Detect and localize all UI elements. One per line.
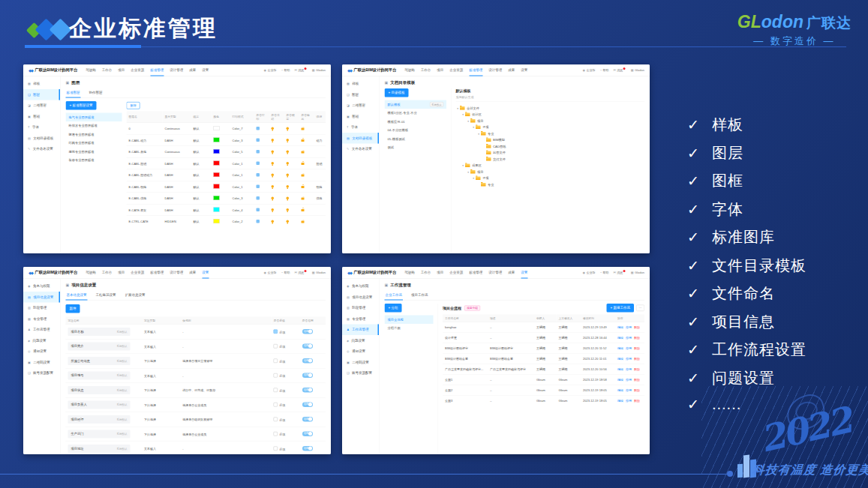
nav-item-4[interactable]: 企业资源 xyxy=(131,64,144,76)
sidebar-item[interactable]: ▥阶段管理 xyxy=(23,303,60,314)
enable-toggle[interactable]: 启用 xyxy=(302,388,313,393)
topbar-mail-item[interactable]: ✉消息 xyxy=(294,68,307,73)
nav-item-6[interactable]: 设计管理 xyxy=(170,267,183,278)
topbar-help-item[interactable]: ◔帮助 xyxy=(600,68,609,73)
output-icon[interactable] xyxy=(302,151,305,154)
nav-item-2[interactable]: 工作台 xyxy=(102,267,113,278)
disable-link[interactable]: 停用 xyxy=(626,347,632,351)
tree-node[interactable]: ▾项目 xyxy=(456,169,645,175)
output-icon[interactable] xyxy=(302,186,305,188)
more-button[interactable]: ⋯ xyxy=(636,305,644,312)
tree-node[interactable]: ▾子项 xyxy=(456,124,645,131)
topbar-person-item[interactable]: ◉企业版 xyxy=(583,271,596,275)
template-item[interactable]: 模板应用-01 xyxy=(385,118,447,127)
tree-node[interactable]: 出图文件 xyxy=(456,150,645,157)
topbar-grid-item[interactable]: ▦Glodon xyxy=(631,271,644,274)
delete-link[interactable]: 删除 xyxy=(634,326,640,330)
sidebar-item[interactable]: ◈问题设置 xyxy=(23,335,60,346)
nav-item-7[interactable]: 成果 xyxy=(189,64,196,76)
disable-link[interactable]: 停用 xyxy=(626,337,632,340)
layer-standard-button[interactable]: + 标准图层设置 xyxy=(66,101,97,110)
delete-link[interactable]: 删除 xyxy=(634,368,640,372)
sidebar-item[interactable]: ♟工作流管理 xyxy=(342,325,379,336)
edit-link[interactable]: 编辑 xyxy=(617,368,623,372)
sidebar-item[interactable]: T字体 xyxy=(342,122,379,133)
freeze-icon[interactable] xyxy=(272,220,275,223)
tree-node[interactable]: ▾全部文件 xyxy=(456,105,645,112)
required-checkbox[interactable] xyxy=(274,358,278,363)
print-icon[interactable] xyxy=(257,184,260,188)
freeze-icon[interactable] xyxy=(272,162,275,165)
output-icon[interactable] xyxy=(302,221,305,223)
disable-link[interactable]: 停用 xyxy=(626,326,632,330)
output-icon[interactable] xyxy=(302,198,305,200)
tree-node[interactable]: 交付文件 xyxy=(456,156,645,163)
nav-item-8[interactable]: 设置 xyxy=(202,267,209,278)
nav-item-4[interactable]: 企业资源 xyxy=(449,267,463,278)
delete-link[interactable]: 删除 xyxy=(634,358,640,361)
layer-standard-item[interactable]: 建筑专业图层标准 xyxy=(66,148,122,157)
nav-item-5[interactable]: 标准管理 xyxy=(150,64,164,76)
nav-item-3[interactable]: 项目 xyxy=(118,267,125,278)
print-icon[interactable] xyxy=(257,161,260,165)
nav-item-7[interactable]: 成果 xyxy=(508,64,515,76)
freeze-icon[interactable] xyxy=(272,185,275,188)
lock-state-icon[interactable] xyxy=(287,173,290,176)
lock-state-icon[interactable] xyxy=(287,127,290,130)
template-item[interactable]: 04-不分区模板 xyxy=(385,126,447,135)
required-checkbox[interactable] xyxy=(274,329,278,334)
delete-link[interactable]: 删除 xyxy=(634,379,640,382)
tree-node[interactable]: CAD图纸 xyxy=(456,143,645,150)
template-item[interactable]: 模板1分区-专业-不分 xyxy=(385,109,447,118)
freeze-icon[interactable] xyxy=(272,208,275,211)
nav-item-4[interactable]: 企业资源 xyxy=(449,64,463,76)
enable-toggle[interactable]: 启用 xyxy=(302,373,313,378)
freeze-icon[interactable] xyxy=(272,139,275,142)
print-icon[interactable] xyxy=(257,220,260,223)
sidebar-item[interactable]: T字体 xyxy=(23,122,60,133)
sidebar-item[interactable]: ✎文件命名设置 xyxy=(342,144,379,155)
nav-item-6[interactable]: 设计管理 xyxy=(170,64,183,76)
topbar-grid-item[interactable]: ▦Glodon xyxy=(312,68,326,72)
layer-standard-item[interactable]: 装修专业图层标准 xyxy=(66,156,122,165)
nav-item-6[interactable]: 设计管理 xyxy=(488,267,502,278)
tree-node[interactable]: ▾设计区 xyxy=(456,112,645,118)
freeze-icon[interactable] xyxy=(272,196,275,199)
sidebar-item[interactable]: ▤文档目录模板 xyxy=(342,133,379,144)
required-checkbox[interactable] xyxy=(274,373,278,378)
add-group-button[interactable]: + 分组 xyxy=(385,304,402,313)
lock-state-icon[interactable] xyxy=(287,150,290,153)
lock-state-icon[interactable] xyxy=(287,185,290,188)
sidebar-item[interactable]: ◎通知设置 xyxy=(342,346,379,358)
output-icon[interactable] xyxy=(302,209,305,211)
sidebar-item[interactable]: ▥阶段管理 xyxy=(342,303,379,314)
nav-item-5[interactable]: 标准管理 xyxy=(469,64,482,76)
tab-2[interactable]: 协作图层 xyxy=(89,88,104,98)
lock-state-icon[interactable] xyxy=(287,139,290,142)
edit-link[interactable]: 编辑 xyxy=(617,326,623,330)
print-icon[interactable] xyxy=(257,173,260,177)
sidebar-item[interactable]: ▣二维码设置 xyxy=(342,357,379,368)
lock-state-icon[interactable] xyxy=(287,196,290,199)
nav-item-2[interactable]: 工作台 xyxy=(421,267,431,278)
add-layer-button[interactable]: 新增 xyxy=(127,102,140,109)
nav-item-7[interactable]: 成果 xyxy=(189,267,196,278)
sidebar-item[interactable]: ◉角色与权限 xyxy=(23,281,60,292)
edit-link[interactable]: 编辑 xyxy=(617,389,623,393)
lock-state-icon[interactable] xyxy=(287,208,290,211)
print-icon[interactable] xyxy=(257,150,260,154)
sidebar-item[interactable]: ▦样板 xyxy=(342,79,379,90)
topbar-mail-item[interactable]: ✉消息 xyxy=(294,271,307,275)
enable-toggle[interactable]: 启用 xyxy=(302,446,313,451)
edit-link[interactable]: 编辑 xyxy=(617,347,623,351)
nav-item-8[interactable]: 设置 xyxy=(521,267,527,278)
tree-node[interactable]: ▾子项 xyxy=(456,175,645,182)
add-template-button[interactable]: + 目录模板 xyxy=(385,88,409,97)
delete-link[interactable]: 删除 xyxy=(634,389,640,393)
freeze-icon[interactable] xyxy=(272,150,275,153)
layer-standard-item[interactable]: 给排水专业图层标准 xyxy=(66,121,122,130)
freeze-icon[interactable] xyxy=(272,173,275,176)
nav-item-8[interactable]: 设置 xyxy=(202,64,209,76)
nav-item-6[interactable]: 设计管理 xyxy=(488,64,502,76)
nav-item-2[interactable]: 工作台 xyxy=(102,64,113,76)
